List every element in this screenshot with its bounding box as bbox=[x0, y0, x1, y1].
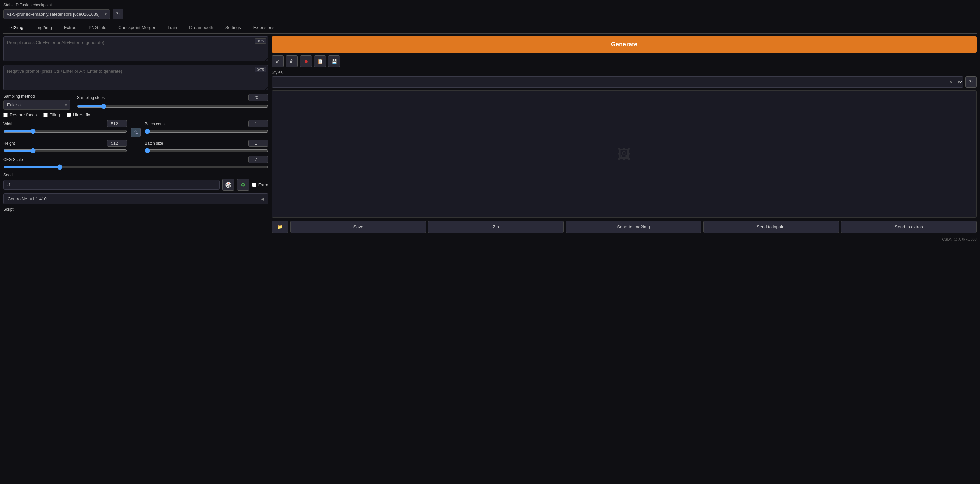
tab-checkpoint-merger[interactable]: Checkpoint Merger bbox=[112, 22, 161, 33]
sampling-steps-slider[interactable] bbox=[77, 104, 268, 109]
batch-size-label: Batch size bbox=[145, 141, 163, 146]
styles-clear-button[interactable]: × bbox=[948, 79, 954, 85]
styles-refresh-icon: ↻ bbox=[969, 79, 973, 85]
width-input[interactable] bbox=[107, 120, 127, 127]
tiling-checkbox[interactable]: Tiling bbox=[43, 112, 60, 117]
zip-button[interactable]: Zip bbox=[428, 220, 563, 233]
width-section: Width bbox=[3, 120, 127, 134]
send-to-img2img-button[interactable]: Send to img2img bbox=[566, 220, 701, 233]
send-to-extras-button[interactable]: Send to extras bbox=[841, 220, 977, 233]
batch-size-input[interactable] bbox=[248, 140, 268, 147]
seed-input[interactable] bbox=[3, 180, 220, 190]
tab-img2img[interactable]: img2img bbox=[30, 22, 58, 33]
styles-select[interactable] bbox=[272, 76, 963, 88]
open-folder-button[interactable]: 📁 bbox=[272, 220, 288, 233]
cfg-scale-label: CFG Scale bbox=[3, 157, 23, 162]
height-label: Height bbox=[3, 141, 15, 146]
clipboard-icon: 📋 bbox=[317, 59, 323, 64]
sampling-row: Sampling method Euler a Sampling steps bbox=[3, 94, 268, 110]
checkboxes-row: Restore faces Tiling Hires. fix bbox=[3, 112, 268, 117]
batch-size-section: Batch size bbox=[145, 140, 268, 153]
bottom-buttons: 📁 Save Zip Send to img2img Send to inpai… bbox=[272, 220, 977, 233]
styles-label: Styles bbox=[272, 70, 977, 75]
tab-train[interactable]: Train bbox=[161, 22, 183, 33]
prompt-token-counter: 0/75 bbox=[255, 38, 266, 44]
tab-txt2img[interactable]: txt2img bbox=[3, 22, 30, 33]
styles-refresh-button[interactable]: ↻ bbox=[965, 76, 977, 88]
tab-png-info[interactable]: PNG Info bbox=[83, 22, 112, 33]
script-label: Script bbox=[3, 207, 268, 212]
controlnet-arrow-icon: ◀ bbox=[261, 197, 264, 201]
clipboard-button[interactable]: 📋 bbox=[314, 55, 326, 67]
extra-seed-checkbox[interactable]: Extra bbox=[252, 182, 268, 187]
send-to-inpaint-button[interactable]: Send to inpaint bbox=[703, 220, 839, 233]
dice-icon: 🎲 bbox=[225, 182, 232, 188]
dice-button[interactable]: 🎲 bbox=[222, 179, 234, 191]
trash-icon: 🗑 bbox=[290, 59, 294, 64]
restore-faces-checkbox[interactable]: Restore faces bbox=[3, 112, 37, 117]
save-icon: 💾 bbox=[331, 59, 337, 64]
refresh-icon: ↻ bbox=[116, 11, 120, 17]
save-image-button[interactable]: Save bbox=[290, 220, 426, 233]
record-icon: ⏺ bbox=[304, 59, 308, 64]
tab-extras[interactable]: Extras bbox=[58, 22, 83, 33]
negative-prompt-wrapper: 0/75 bbox=[3, 65, 268, 91]
controlnet-label: ControlNet v1.1.410 bbox=[8, 196, 47, 201]
record-button[interactable]: ⏺ bbox=[300, 55, 312, 67]
width-slider[interactable] bbox=[3, 129, 127, 134]
negative-prompt-token-counter: 0/75 bbox=[255, 67, 266, 72]
sampling-steps-label: Sampling steps bbox=[77, 95, 105, 100]
cfg-scale-section: CFG Scale bbox=[3, 156, 268, 170]
prompt-wrapper: 0/75 bbox=[3, 36, 268, 62]
tab-settings[interactable]: Settings bbox=[220, 22, 247, 33]
prompt-textarea[interactable] bbox=[3, 36, 268, 61]
batch-size-slider[interactable] bbox=[145, 148, 268, 153]
height-section: Height bbox=[3, 140, 127, 153]
batch-count-input[interactable] bbox=[248, 120, 268, 127]
swap-dimensions-button[interactable]: ⇅ bbox=[131, 128, 140, 137]
styles-dropdown-button[interactable]: ▼ bbox=[955, 80, 962, 84]
tab-extensions[interactable]: Extensions bbox=[247, 22, 281, 33]
seed-section: Seed 🎲 ♻ Extra bbox=[3, 173, 268, 191]
recycle-icon: ♻ bbox=[241, 182, 245, 188]
folder-icon: 📁 bbox=[277, 224, 283, 229]
checkpoint-select[interactable]: v1-5-pruned-emaonly.safetensors [6ce0161… bbox=[3, 10, 110, 19]
tab-dreambooth[interactable]: Dreambooth bbox=[183, 22, 220, 33]
footer: CSDN @大师兄6668 bbox=[272, 236, 977, 243]
height-slider[interactable] bbox=[3, 148, 127, 153]
image-output-area: 🖼 bbox=[272, 90, 977, 218]
width-label: Width bbox=[3, 121, 14, 126]
hires-fix-checkbox[interactable]: Hires. fix bbox=[67, 112, 90, 117]
save-button[interactable]: 💾 bbox=[328, 55, 340, 67]
cfg-scale-slider[interactable] bbox=[3, 165, 268, 170]
seed-label: Seed bbox=[3, 173, 268, 177]
send-to-button[interactable]: ↙ bbox=[272, 55, 284, 67]
batch-count-label: Batch count bbox=[145, 121, 166, 126]
height-input[interactable] bbox=[107, 140, 127, 147]
controlnet-section[interactable]: ControlNet v1.1.410 ◀ bbox=[3, 193, 268, 204]
batch-count-section: Batch count bbox=[145, 120, 268, 134]
arrow-down-icon: ↙ bbox=[276, 59, 280, 64]
recycle-seed-button[interactable]: ♻ bbox=[237, 179, 249, 191]
generate-button[interactable]: Generate bbox=[272, 36, 977, 53]
trash-button[interactable]: 🗑 bbox=[286, 55, 298, 67]
checkpoint-label: Stable Diffusion checkpoint bbox=[3, 3, 977, 7]
script-section: Script bbox=[3, 207, 268, 212]
tabs-row: txt2img img2img Extras PNG Info Checkpoi… bbox=[3, 22, 977, 34]
refresh-checkpoint-button[interactable]: ↻ bbox=[113, 9, 123, 19]
batch-count-slider[interactable] bbox=[145, 129, 268, 134]
sampling-method-label: Sampling method bbox=[3, 94, 70, 99]
negative-prompt-textarea[interactable] bbox=[3, 65, 268, 90]
cfg-scale-input[interactable] bbox=[248, 156, 268, 163]
sampling-method-select[interactable]: Euler a bbox=[3, 100, 70, 110]
image-placeholder-icon: 🖼 bbox=[617, 147, 631, 162]
sampling-steps-input[interactable] bbox=[248, 94, 268, 101]
